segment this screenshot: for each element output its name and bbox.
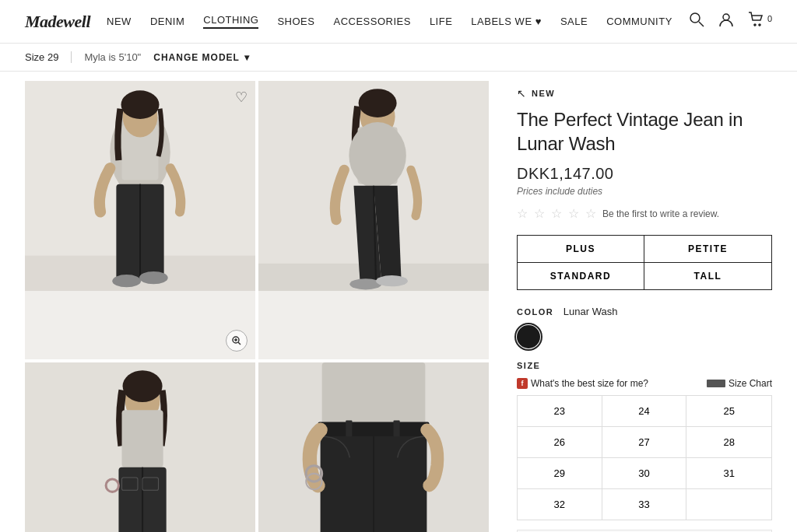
main-nav: Madewell NEW DENIM CLOTHING SHOES ACCESS… — [0, 0, 797, 44]
product-title: The Perfect Vintage Jean in Lunar Wash — [517, 107, 772, 156]
svg-point-24 — [349, 122, 406, 189]
product-price: DKK1,147.00 — [517, 165, 772, 183]
size-selector: 23 24 25 26 27 28 29 30 31 32 33 — [517, 395, 772, 520]
svg-rect-41 — [322, 362, 426, 426]
svg-point-22 — [359, 89, 397, 117]
product-image-3 — [25, 362, 255, 532]
nav-icons: 0 — [689, 12, 772, 31]
color-label: COLOR Lunar Wash — [517, 306, 772, 317]
fit-petite[interactable]: PETITE — [644, 236, 771, 263]
color-selector — [517, 325, 772, 348]
fit-tall[interactable]: TALL — [644, 263, 771, 289]
fit-plus[interactable]: PLUS — [518, 236, 644, 263]
star-3: ☆ — [551, 206, 562, 221]
change-model-button[interactable]: CHANGE MODEL ▾ — [153, 52, 250, 63]
size-help-icon: f — [517, 378, 528, 389]
svg-point-13 — [112, 275, 141, 287]
svg-point-27 — [376, 275, 408, 286]
review-text[interactable]: Be the first to write a review. — [602, 208, 719, 219]
svg-rect-32 — [122, 410, 163, 467]
size-header: f What's the best size for me? Size Char… — [517, 378, 772, 389]
svg-line-16 — [238, 342, 241, 345]
cart-button[interactable]: 0 — [748, 12, 772, 31]
size-btn-30[interactable]: 30 — [602, 458, 687, 489]
size-btn-empty — [686, 489, 771, 520]
star-rating: ☆ ☆ ☆ ☆ ☆ Be the first to write a review… — [517, 206, 772, 221]
nav-link-new[interactable]: NEW — [107, 16, 132, 27]
new-tag-icon: ↖ — [517, 87, 527, 100]
star-2: ☆ — [534, 206, 545, 221]
size-btn-32[interactable]: 32 — [518, 489, 602, 520]
product-panel: ↖ NEW The Perfect Vintage Jean in Lunar … — [498, 72, 797, 532]
svg-point-2 — [723, 14, 729, 20]
nav-link-community[interactable]: COMMUNITY — [606, 16, 672, 27]
nav-link-sale[interactable]: SALE — [560, 16, 588, 27]
svg-point-3 — [754, 24, 756, 26]
model-name: Myla is 5'10" — [72, 51, 153, 63]
account-button[interactable] — [718, 12, 734, 31]
fit-selector: PLUS PETITE STANDARD TALL — [517, 235, 772, 290]
product-image-1: ♡ — [25, 81, 255, 359]
size-btn-33[interactable]: 33 — [602, 489, 687, 520]
product-image-4 — [258, 362, 489, 532]
size-label: SIZE — [517, 361, 772, 370]
product-duties: Prices include duties — [517, 186, 772, 197]
svg-point-0 — [690, 13, 700, 23]
new-tag: ↖ NEW — [517, 87, 772, 100]
model-bar: Size 29 Myla is 5'10" CHANGE MODEL ▾ — [0, 44, 797, 72]
color-name: Lunar Wash — [564, 306, 618, 317]
star-1: ☆ — [517, 206, 528, 221]
fit-standard[interactable]: STANDARD — [518, 263, 644, 289]
size-chart-icon — [707, 380, 725, 387]
size-btn-29[interactable]: 29 — [518, 458, 602, 489]
image-grid: ♡ — [0, 72, 498, 532]
nav-link-accessories[interactable]: ACCESSORIES — [333, 16, 410, 27]
star-5: ☆ — [585, 206, 596, 221]
svg-point-10 — [121, 90, 160, 119]
star-4: ☆ — [568, 206, 579, 221]
nav-link-denim[interactable]: DENIM — [150, 16, 184, 27]
color-swatch-lunar-wash[interactable] — [517, 325, 540, 348]
content-area: ♡ — [0, 72, 797, 532]
nav-link-clothing[interactable]: CLOTHING — [203, 14, 258, 29]
svg-point-4 — [759, 24, 760, 26]
size-btn-23[interactable]: 23 — [518, 396, 602, 427]
nav-link-life[interactable]: LIFE — [430, 16, 452, 27]
svg-point-31 — [123, 370, 163, 402]
product-image-2 — [258, 81, 489, 359]
svg-line-1 — [699, 22, 704, 26]
logo[interactable]: Madewell — [25, 12, 90, 32]
model-size: Size 29 — [25, 51, 72, 63]
size-btn-25[interactable]: 25 — [686, 396, 771, 427]
size-help-link[interactable]: f What's the best size for me? — [517, 378, 648, 389]
svg-point-14 — [139, 271, 168, 284]
zoom-button[interactable] — [226, 330, 248, 352]
size-btn-28[interactable]: 28 — [686, 427, 771, 458]
chevron-down-icon: ▾ — [244, 52, 250, 63]
search-button[interactable] — [689, 12, 704, 31]
nav-link-labels[interactable]: LABELS WE ♥ — [471, 16, 542, 27]
cart-count: 0 — [767, 14, 772, 23]
nav-links: NEW DENIM CLOTHING SHOES ACCESSORIES LIF… — [107, 14, 672, 29]
size-btn-27[interactable]: 27 — [602, 427, 687, 458]
size-chart-link[interactable]: Size Chart — [707, 378, 772, 389]
nav-link-shoes[interactable]: SHOES — [277, 16, 314, 27]
wishlist-button[interactable]: ♡ — [235, 89, 248, 106]
size-btn-26[interactable]: 26 — [518, 427, 602, 458]
size-btn-24[interactable]: 24 — [602, 396, 687, 427]
size-btn-31[interactable]: 31 — [686, 458, 771, 489]
